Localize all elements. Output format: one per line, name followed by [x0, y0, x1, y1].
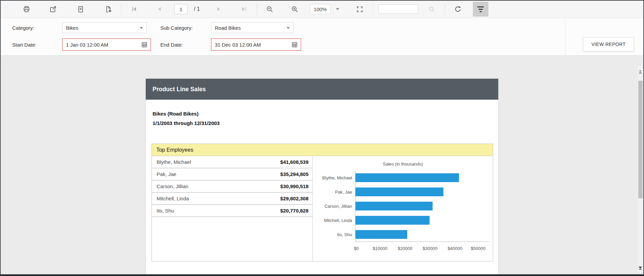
page-setup-icon — [77, 5, 85, 13]
dropdown-caret-icon — [286, 27, 290, 29]
export-icon — [49, 5, 57, 13]
report-title: Product Line Sales — [153, 86, 206, 93]
sub-category-dropdown[interactable]: Road Bikes — [211, 22, 294, 33]
scroll-down-icon[interactable] — [639, 267, 642, 270]
search-icon — [428, 6, 435, 13]
calendar-icon — [141, 44, 148, 49]
employee-name: Pak, Jae — [152, 171, 280, 177]
parameters-divider — [565, 18, 566, 55]
chart-bar — [355, 187, 443, 196]
chart-bar-row: Carson, Jillian — [313, 199, 493, 213]
chart-category-label: Carson, Jillian — [313, 199, 355, 213]
chart-axis-tick: $10000 — [373, 246, 387, 251]
scrollbar-thumb[interactable] — [638, 81, 643, 198]
report-subtitle-daterange: 1/1/2003 through 12/31/2003 — [153, 120, 491, 126]
chart-axis-tick: $30000 — [423, 246, 437, 251]
zoom-out-button[interactable] — [262, 2, 277, 16]
dropdown-caret-icon — [140, 27, 143, 29]
start-date-calendar-button[interactable] — [141, 41, 148, 49]
chart-rows: Blythe, MichaelPak, JaeCarson, JillianMi… — [313, 171, 493, 242]
sales-chart: Sales (in thousands) Blythe, MichaelPak,… — [313, 156, 493, 261]
chart-category-label: Mitchell, Linda — [313, 213, 355, 227]
chart-plot-area — [355, 199, 489, 213]
page-setup-button[interactable] — [73, 2, 88, 16]
end-date-calendar-button[interactable] — [291, 41, 298, 49]
toolbar-separator — [373, 3, 373, 15]
report-content-area: Product Line Sales Bikes (Road Bikes) 1/… — [1, 56, 643, 274]
chart-plot-area — [355, 171, 489, 185]
zoom-level-select[interactable]: 100% — [310, 4, 331, 14]
chart-category-label: Pak, Jae — [313, 185, 355, 199]
report-parameters-button[interactable] — [101, 2, 116, 16]
category-value: Bikes — [66, 25, 78, 31]
end-date-input[interactable] — [211, 42, 301, 48]
report-viewer-window: / 1 100% — [0, 0, 644, 276]
report-subtitle-category: Bikes (Road Bikes) — [153, 111, 491, 117]
top-employees-body: Blythe, Michael$41,608,539Pak, Jae$35,29… — [152, 156, 493, 261]
chart-bar-row: Ito, Shu — [313, 227, 493, 242]
zoom-in-button[interactable] — [288, 2, 302, 16]
parameter-panel: Category: Bikes Sub Category: Road Bikes… — [1, 18, 643, 56]
employee-sales: $20,770,828 — [280, 208, 313, 214]
chart-plot-area — [355, 213, 489, 227]
zoom-level-caret-button[interactable] — [333, 2, 342, 16]
end-date-field[interactable] — [211, 39, 301, 51]
top-employees-title: Top Employees — [156, 147, 193, 153]
chart-bar — [355, 216, 430, 225]
sub-category-value: Road Bikes — [215, 25, 241, 31]
report-parameters-icon — [105, 5, 112, 13]
top-employees-panel: Top Employees Blythe, Michael$41,608,539… — [152, 144, 493, 261]
employee-sales: $41,608,539 — [280, 159, 313, 165]
print-button[interactable] — [19, 2, 34, 16]
start-date-input[interactable] — [63, 42, 151, 48]
table-row: Mitchell, Linda$29,802,308 — [152, 193, 313, 205]
fit-to-page-button[interactable] — [352, 2, 367, 16]
chart-axis-tick: $40000 — [447, 246, 462, 251]
page-number-input[interactable] — [174, 4, 188, 14]
previous-page-button[interactable] — [152, 2, 167, 16]
table-row: Ito, Shu$20,770,828 — [152, 205, 313, 217]
employee-table: Blythe, Michael$41,608,539Pak, Jae$35,29… — [152, 156, 313, 261]
vertical-scrollbar[interactable] — [638, 66, 643, 272]
chart-category-label: Blythe, Michael — [313, 171, 355, 185]
toolbar-separator — [121, 3, 121, 15]
chart-axis-tick: $0 — [354, 246, 359, 251]
chart-bar-row: Blythe, Michael — [313, 171, 493, 185]
employee-name: Ito, Shu — [152, 208, 280, 214]
last-page-icon — [240, 6, 247, 12]
view-report-button[interactable]: VIEW REPORT — [583, 37, 634, 51]
next-page-icon — [215, 6, 222, 12]
export-button[interactable] — [45, 2, 60, 16]
category-dropdown[interactable]: Bikes — [62, 22, 147, 33]
last-page-button[interactable] — [236, 2, 251, 16]
start-date-label: Start Date: — [12, 42, 62, 48]
chart-bar — [355, 230, 407, 239]
employee-name: Mitchell, Linda — [152, 196, 280, 201]
report-page: Product Line Sales Bikes (Road Bikes) 1/… — [146, 79, 498, 274]
parameters-toggle-button[interactable] — [473, 2, 488, 17]
chart-title: Sales (in thousands) — [313, 161, 493, 167]
refresh-icon — [454, 5, 462, 13]
first-page-button[interactable] — [127, 2, 142, 16]
next-page-button[interactable] — [211, 2, 226, 16]
employee-sales: $29,802,308 — [280, 196, 313, 201]
top-employees-header: Top Employees — [152, 144, 493, 156]
table-row: Pak, Jae$35,294,805 — [152, 168, 313, 180]
report-subtitle-block: Bikes (Road Bikes) 1/1/2003 through 12/3… — [146, 100, 498, 126]
search-button[interactable] — [424, 2, 439, 16]
start-date-field[interactable] — [62, 39, 151, 51]
print-icon — [23, 5, 30, 13]
chart-bar-row: Pak, Jae — [313, 185, 493, 199]
employee-name: Blythe, Michael — [152, 159, 280, 165]
zoom-out-icon — [266, 5, 274, 13]
employee-sales: $35,294,805 — [280, 171, 313, 177]
zoom-level-value: 100% — [314, 6, 327, 12]
zoom-caret-icon — [336, 8, 339, 10]
calendar-icon — [291, 44, 298, 49]
scroll-up-icon[interactable] — [639, 71, 642, 74]
chart-category-label: Ito, Shu — [313, 227, 355, 242]
employee-sales: $30,990,518 — [280, 183, 313, 189]
employee-name: Carson, Jillian — [152, 183, 280, 189]
search-input[interactable] — [378, 4, 418, 14]
refresh-button[interactable] — [451, 2, 465, 16]
